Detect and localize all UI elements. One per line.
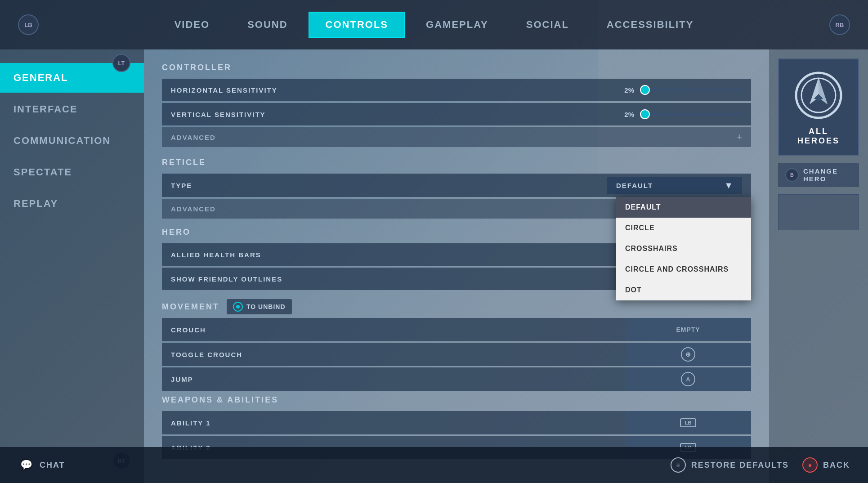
crouch-binding-empty: EMPTY bbox=[676, 326, 700, 333]
type-dropdown[interactable]: DEFAULT ▼ bbox=[607, 177, 742, 194]
movement-section: MOVEMENT TO UNBIND CROUCH EMPTY bbox=[162, 299, 751, 391]
sidebar-item-replay[interactable]: REPLAY bbox=[0, 189, 144, 219]
dropdown-option-crosshairs[interactable]: CROSSHAIRS bbox=[616, 238, 751, 259]
toggle-crouch-label: TOGGLE CROUCH bbox=[171, 351, 242, 358]
jump-label-cell: JUMP bbox=[162, 367, 625, 391]
ability1-label-cell: ABILITY 1 bbox=[162, 411, 625, 434]
toggle-crouch-value-cell[interactable]: ⊕ bbox=[625, 343, 751, 366]
crouch-label: CROUCH bbox=[171, 326, 206, 334]
dropdown-option-dot[interactable]: DOT bbox=[616, 280, 751, 300]
top-navigation: LB VIDEO SOUND CONTROLS GAMEPLAY SOCIAL … bbox=[0, 0, 868, 49]
back-button[interactable]: ● BACK bbox=[802, 457, 850, 473]
controller-advanced-row[interactable]: ADVANCED + bbox=[162, 127, 751, 147]
jump-label: JUMP bbox=[171, 376, 193, 383]
bottom-bar: 💬 CHAT ≡ RESTORE DEFAULTS ● BACK bbox=[0, 447, 868, 483]
type-dropdown-arrow-icon: ▼ bbox=[724, 180, 733, 191]
right-panel: ALL HEROES B CHANGE HERO bbox=[769, 49, 868, 483]
reticle-section: RETICLE TYPE DEFAULT ▼ DEFAULT CIRCLE CR… bbox=[162, 158, 751, 219]
tab-social[interactable]: SOCIAL bbox=[509, 12, 586, 38]
dropdown-option-circle[interactable]: CIRCLE bbox=[616, 218, 751, 238]
ability1-label: ABILITY 1 bbox=[171, 419, 211, 427]
lt-hint: LT bbox=[112, 54, 130, 72]
bottom-right-actions: ≡ RESTORE DEFAULTS ● BACK bbox=[671, 457, 850, 473]
jump-icon: A bbox=[681, 372, 695, 386]
back-label: BACK bbox=[823, 461, 850, 470]
horizontal-sensitivity-row: HORIZONTAL SENSITIVITY 2% bbox=[162, 79, 751, 101]
tab-video[interactable]: VIDEO bbox=[157, 12, 227, 38]
vertical-sensitivity-row: VERTICAL SENSITIVITY 2% bbox=[162, 103, 751, 125]
restore-defaults-button[interactable]: ≡ RESTORE DEFAULTS bbox=[671, 457, 789, 473]
change-hero-label: CHANGE HERO bbox=[803, 167, 852, 183]
hero-name: ALL HEROES bbox=[788, 127, 849, 146]
sidebar-item-communication[interactable]: COMMUNICATION bbox=[0, 126, 144, 156]
chat-label: CHAT bbox=[40, 461, 65, 470]
controller-section-title: CONTROLLER bbox=[162, 63, 751, 72]
tab-gameplay[interactable]: GAMEPLAY bbox=[409, 12, 506, 38]
main-layout: LT GENERAL INTERFACE COMMUNICATION SPECT… bbox=[0, 49, 868, 483]
sidebar-item-spectate[interactable]: SPECTATE bbox=[0, 157, 144, 187]
vertical-sensitivity-label: VERTICAL SENSITIVITY bbox=[171, 111, 616, 118]
type-row: TYPE DEFAULT ▼ DEFAULT CIRCLE CROSSHAIRS… bbox=[162, 174, 751, 197]
movement-title: MOVEMENT bbox=[162, 302, 219, 312]
ability1-row: ABILITY 1 LB bbox=[162, 411, 751, 434]
horizontal-sensitivity-value: 2% bbox=[616, 86, 634, 94]
type-dropdown-value: DEFAULT bbox=[616, 182, 653, 189]
weapons-section-title: WEAPONS & ABILITIES bbox=[162, 395, 751, 405]
tab-navigation: VIDEO SOUND CONTROLS GAMEPLAY SOCIAL ACC… bbox=[39, 0, 829, 49]
chat-section: 💬 CHAT bbox=[18, 457, 65, 473]
content-area: CONTROLLER HORIZONTAL SENSITIVITY 2% VER… bbox=[144, 49, 769, 483]
controller-advanced-label: ADVANCED bbox=[171, 134, 736, 141]
crouch-row: CROUCH EMPTY bbox=[162, 318, 751, 341]
type-dropdown-menu: DEFAULT CIRCLE CROSSHAIRS CIRCLE AND CRO… bbox=[616, 197, 751, 300]
unbind-label: TO UNBIND bbox=[246, 303, 286, 310]
change-hero-badge-icon: B bbox=[785, 168, 799, 182]
tab-accessibility[interactable]: ACCESSIBILITY bbox=[590, 12, 711, 38]
change-hero-preview bbox=[778, 194, 859, 230]
rb-button[interactable]: RB bbox=[829, 14, 850, 35]
reticle-section-title: RETICLE bbox=[162, 158, 751, 167]
ability1-value-cell[interactable]: LB bbox=[625, 411, 751, 434]
vertical-sensitivity-track[interactable] bbox=[643, 113, 742, 116]
dropdown-option-default[interactable]: DEFAULT bbox=[616, 197, 751, 218]
unbind-icon bbox=[233, 302, 243, 312]
vertical-sensitivity-value: 2% bbox=[616, 111, 634, 118]
tab-sound[interactable]: SOUND bbox=[230, 12, 304, 38]
movement-header: MOVEMENT TO UNBIND bbox=[162, 299, 751, 314]
jump-value-cell[interactable]: A bbox=[625, 367, 751, 391]
controller-advanced-expand-icon: + bbox=[736, 131, 742, 143]
type-label: TYPE bbox=[171, 182, 607, 189]
horizontal-sensitivity-track[interactable] bbox=[643, 89, 742, 91]
crouch-label-cell: CROUCH bbox=[162, 318, 625, 341]
unbind-badge: TO UNBIND bbox=[227, 299, 292, 314]
hero-logo bbox=[792, 68, 846, 122]
horizontal-sensitivity-label: HORIZONTAL SENSITIVITY bbox=[171, 86, 616, 94]
dropdown-option-circle-crosshairs[interactable]: CIRCLE AND CROSSHAIRS bbox=[616, 259, 751, 280]
restore-defaults-icon: ≡ bbox=[671, 457, 686, 473]
ability1-icon: LB bbox=[680, 418, 696, 427]
toggle-crouch-row: TOGGLE CROUCH ⊕ bbox=[162, 343, 751, 366]
tab-controls[interactable]: CONTROLS bbox=[309, 12, 405, 38]
lb-button[interactable]: LB bbox=[18, 14, 39, 35]
restore-defaults-label: RESTORE DEFAULTS bbox=[691, 461, 789, 470]
jump-row: JUMP A bbox=[162, 367, 751, 391]
sidebar-item-interface[interactable]: INTERFACE bbox=[0, 94, 144, 124]
back-icon: ● bbox=[802, 457, 818, 473]
toggle-crouch-icon: ⊕ bbox=[681, 347, 695, 362]
change-hero-button[interactable]: B CHANGE HERO bbox=[778, 163, 859, 187]
crouch-value-cell[interactable]: EMPTY bbox=[625, 318, 751, 341]
hero-card: ALL HEROES bbox=[778, 58, 859, 156]
sidebar: LT GENERAL INTERFACE COMMUNICATION SPECT… bbox=[0, 49, 144, 483]
toggle-crouch-label-cell: TOGGLE CROUCH bbox=[162, 343, 625, 366]
chat-icon: 💬 bbox=[18, 457, 34, 473]
